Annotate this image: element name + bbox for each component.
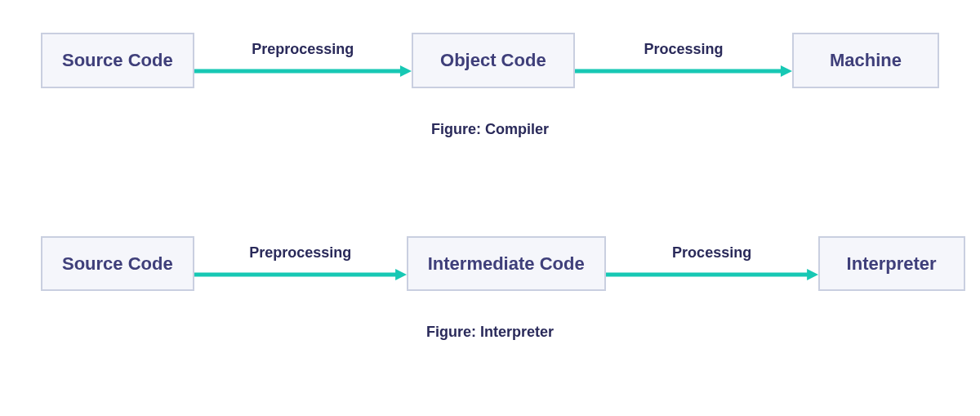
svg-marker-3 <box>781 65 792 77</box>
node-label: Object Code <box>440 49 546 72</box>
diagram-interpreter: Source Code Preprocessing Intermediate C… <box>0 204 980 358</box>
node-source-code: Source Code <box>41 236 194 292</box>
node-interpreter: Interpreter <box>818 236 965 292</box>
diagram-compiler: Source Code Preprocessing Object Code Pr… <box>0 0 980 154</box>
node-machine: Machine <box>792 33 939 88</box>
flow-row: Source Code Preprocessing Object Code Pr… <box>41 33 939 88</box>
svg-marker-1 <box>400 65 412 77</box>
node-object-code: Object Code <box>412 33 575 88</box>
node-intermediate-code: Intermediate Code <box>407 236 606 292</box>
arrow-preprocessing: Preprocessing <box>194 41 412 79</box>
node-label: Interpreter <box>847 253 937 275</box>
arrow-preprocessing: Preprocessing <box>194 244 407 283</box>
arrow-label: Preprocessing <box>194 244 407 262</box>
svg-marker-5 <box>395 269 407 280</box>
arrow-icon <box>575 63 792 79</box>
node-label: Machine <box>830 49 902 72</box>
arrow-label: Preprocessing <box>194 41 412 58</box>
section-spacer <box>0 154 980 204</box>
arrow-label: Processing <box>606 244 818 262</box>
arrow-icon <box>606 266 818 283</box>
node-label: Intermediate Code <box>428 253 585 275</box>
arrow-processing: Processing <box>575 41 792 79</box>
diagram-caption: Figure: Compiler <box>41 121 939 138</box>
flow-row: Source Code Preprocessing Intermediate C… <box>41 236 939 292</box>
arrow-icon <box>194 63 412 79</box>
node-label: Source Code <box>62 49 173 72</box>
node-source-code: Source Code <box>41 33 194 88</box>
arrow-label: Processing <box>575 41 792 58</box>
node-label: Source Code <box>62 253 173 275</box>
diagram-caption: Figure: Interpreter <box>41 324 939 341</box>
svg-marker-7 <box>807 269 818 280</box>
arrow-processing: Processing <box>606 244 818 283</box>
arrow-icon <box>194 266 407 283</box>
